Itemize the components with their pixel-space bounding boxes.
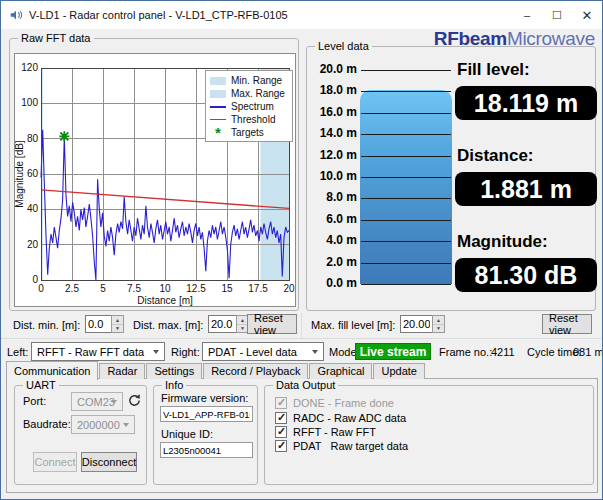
checkbox-rfft[interactable]	[275, 426, 287, 438]
right-selector-label: Right:	[171, 346, 200, 358]
gauge-tick-label: 8.0 m	[309, 190, 357, 204]
svg-text:Magnitude [dB]: Magnitude [dB]	[15, 140, 25, 207]
port-select: COM23	[71, 392, 123, 411]
gauge-tick-label: 10.0 m	[309, 169, 357, 183]
gauge-tick-line	[361, 284, 451, 285]
dist-min-stepper[interactable]: ▲▼	[85, 315, 124, 333]
fft-chart[interactable]: 02.557.51012.51517.520020406080100120Dis…	[14, 53, 296, 307]
svg-text:60: 60	[27, 168, 39, 179]
down-arrow-icon[interactable]: ▼	[433, 325, 444, 333]
min-range-swatch-icon	[210, 77, 226, 85]
svg-text:5: 5	[100, 283, 106, 294]
svg-text:Distance [m]: Distance [m]	[137, 295, 193, 306]
svg-text:120: 120	[21, 62, 38, 73]
dist-max-label: Dist. max. [m]:	[133, 319, 203, 331]
raw-fft-group: Raw FFT data 02.557.51012.51517.52002040…	[9, 38, 299, 311]
minimize-button[interactable]: –	[512, 1, 542, 29]
app-icon	[9, 8, 23, 22]
gauge-tick-line	[361, 220, 451, 221]
tab-record-playback[interactable]: Record / Playback	[203, 363, 308, 379]
chevron-down-icon	[123, 423, 129, 427]
max-fill-stepper[interactable]: ▲▼	[400, 315, 445, 333]
svg-text:20: 20	[27, 239, 39, 250]
svg-text:100: 100	[21, 97, 38, 108]
refresh-ports-icon[interactable]	[127, 393, 142, 408]
dist-max-stepper[interactable]: ▲▼	[208, 315, 249, 333]
tab-settings[interactable]: Settings	[146, 363, 202, 379]
gauge-tick-line	[361, 91, 451, 92]
checkbox-label: RFFT - Raw FFT	[293, 426, 376, 438]
gauge-tick-label: 12.0 m	[309, 148, 357, 162]
unique-id-field[interactable]	[160, 442, 253, 458]
chevron-down-icon	[312, 350, 318, 354]
target-marker-icon: *	[210, 129, 226, 137]
max-fill-input[interactable]	[400, 315, 432, 333]
tab-graphical[interactable]: Graphical	[309, 363, 372, 379]
gauge-tick-line	[361, 241, 451, 242]
raw-fft-group-title: Raw FFT data	[18, 32, 94, 44]
right-data-select[interactable]: PDAT - Level data	[202, 342, 324, 361]
svg-text:0: 0	[32, 274, 38, 285]
firmware-version-field[interactable]	[160, 406, 253, 422]
level-reset-view-button[interactable]: Reset view	[542, 314, 592, 334]
legend-label: Min. Range	[231, 75, 282, 86]
magnitude-label: Magnitude:	[457, 232, 548, 252]
legend-label: Max. Range	[231, 88, 285, 99]
fill-level-label: Fill level:	[457, 60, 530, 80]
gauge-tick-line	[361, 156, 451, 157]
up-arrow-icon[interactable]: ▲	[433, 316, 444, 325]
window-title: V-LD1 - Radar control panel - V-LD1_CTP-…	[29, 9, 288, 21]
svg-text:40: 40	[27, 203, 39, 214]
baudrate-value: 2000000	[77, 419, 120, 431]
title-bar[interactable]: V-LD1 - Radar control panel - V-LD1_CTP-…	[1, 1, 602, 29]
dist-min-label: Dist. min. [m]:	[13, 319, 80, 331]
svg-text:20: 20	[283, 283, 295, 294]
tab-communication[interactable]: Communication	[6, 361, 98, 380]
spectrum-line-icon	[210, 106, 226, 108]
divider	[1, 338, 603, 339]
svg-text:80: 80	[27, 133, 39, 144]
level-data-group: Level data 20.0 m18.0 m16.0 m14.0 m12.0 …	[306, 46, 596, 311]
maximize-button[interactable]: ☐	[542, 1, 572, 29]
data-output-row: PDAT Raw target data	[275, 439, 408, 452]
mode-badge: Live stream	[355, 343, 431, 360]
cycle-time-value: 081 ms	[573, 346, 603, 358]
svg-text:12.5: 12.5	[186, 283, 206, 294]
disconnect-button[interactable]: Disconnect	[81, 452, 137, 472]
close-button[interactable]: ✕	[572, 1, 602, 29]
distance-label: Distance:	[457, 146, 534, 166]
uart-group-title: UART	[23, 379, 59, 391]
left-data-value: RFFT - Raw FFT data	[37, 346, 144, 358]
app-window: V-LD1 - Radar control panel - V-LD1_CTP-…	[0, 0, 603, 500]
fft-reset-view-button[interactable]: Reset view	[247, 314, 297, 334]
gauge-tick-line	[361, 263, 451, 264]
up-arrow-icon[interactable]: ▲	[112, 316, 123, 325]
dist-max-input[interactable]	[208, 315, 236, 333]
tab-bar: Communication Radar Settings Record / Pl…	[6, 360, 426, 379]
checkbox-pdat[interactable]	[275, 440, 287, 452]
legend-label: Threshold	[231, 114, 275, 125]
gauge-tick-label: 18.0 m	[309, 83, 357, 97]
tab-update[interactable]: Update	[373, 363, 424, 379]
gauge-tick-line	[361, 134, 451, 135]
chart-legend: Min. Range Max. Range Spectrum Threshold…	[205, 70, 293, 142]
tab-radar[interactable]: Radar	[99, 363, 145, 379]
chevron-down-icon	[153, 350, 159, 354]
checkbox-label: PDAT Raw target data	[293, 440, 408, 452]
checkbox-radc[interactable]	[275, 412, 287, 424]
left-selector-label: Left:	[7, 346, 28, 358]
gauge-tick-label: 16.0 m	[309, 105, 357, 119]
gauge-tick-label: 6.0 m	[309, 212, 357, 226]
legend-label: Spectrum	[231, 101, 274, 112]
gauge-tick-label: 20.0 m	[309, 62, 357, 76]
dist-min-input[interactable]	[85, 315, 111, 333]
firmware-version-label: Firmware version:	[161, 392, 248, 404]
data-output-row: RFFT - Raw FFT	[275, 425, 376, 438]
down-arrow-icon[interactable]: ▼	[112, 325, 123, 333]
svg-text:2.5: 2.5	[65, 283, 79, 294]
checkbox-done	[275, 397, 287, 409]
svg-text:0: 0	[38, 283, 44, 294]
threshold-line-icon	[210, 119, 226, 120]
left-data-select[interactable]: RFFT - Raw FFT data	[31, 342, 165, 361]
gauge-tick-label: 14.0 m	[309, 126, 357, 140]
